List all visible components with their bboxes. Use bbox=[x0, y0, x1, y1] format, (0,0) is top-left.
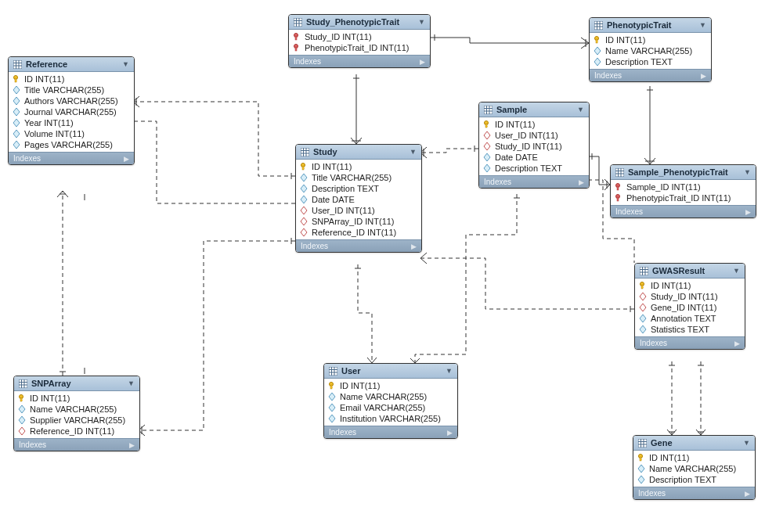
column-label: ID INT(11) bbox=[649, 453, 689, 462]
indexes-section[interactable]: Indexes▶ bbox=[296, 239, 421, 252]
column-row[interactable]: Authors VARCHAR(255) bbox=[9, 95, 134, 106]
collapse-icon[interactable]: ▼ bbox=[743, 439, 750, 447]
entity-table-gene[interactable]: Gene▼ID INT(11)Name VARCHAR(255)Descript… bbox=[633, 435, 756, 500]
collapse-icon[interactable]: ▼ bbox=[699, 21, 706, 29]
column-row[interactable]: Journal VARCHAR(255) bbox=[9, 106, 134, 117]
column-row[interactable]: Gene_ID INT(11) bbox=[635, 302, 745, 313]
column-row[interactable]: Description TEXT bbox=[479, 163, 589, 174]
column-row[interactable]: Sample_ID INT(11) bbox=[611, 182, 756, 192]
entity-table-study[interactable]: Study▼ID INT(11)Title VARCHAR(255)Descri… bbox=[295, 144, 422, 253]
column-row[interactable]: Volume INT(11) bbox=[9, 128, 134, 139]
indexes-section[interactable]: Indexes▶ bbox=[14, 438, 139, 451]
table-header[interactable]: Sample_PhenotypicTrait▼ bbox=[611, 165, 756, 180]
column-row[interactable]: ID INT(11) bbox=[590, 34, 711, 45]
column-row[interactable]: Reference_ID INT(11) bbox=[14, 426, 139, 437]
table-header[interactable]: SNPArray▼ bbox=[14, 376, 139, 391]
column-row[interactable]: Statistics TEXT bbox=[635, 324, 745, 335]
column-row[interactable]: Description TEXT bbox=[590, 56, 711, 67]
table-header[interactable]: PhenotypicTrait▼ bbox=[590, 18, 711, 33]
indexes-section[interactable]: Indexes▶ bbox=[611, 205, 756, 217]
column-icon bbox=[638, 325, 648, 334]
expand-icon[interactable]: ▶ bbox=[447, 429, 453, 437]
column-row[interactable]: Name VARCHAR(255) bbox=[14, 404, 139, 415]
column-icon bbox=[12, 85, 21, 95]
column-row[interactable]: Name VARCHAR(255) bbox=[590, 45, 711, 56]
table-header[interactable]: User▼ bbox=[324, 364, 457, 379]
column-row[interactable]: PhenotypicTrait_ID INT(11) bbox=[611, 192, 756, 203]
column-row[interactable]: Study_ID INT(11) bbox=[289, 31, 430, 42]
expand-icon[interactable]: ▶ bbox=[579, 178, 584, 186]
column-row[interactable]: ID INT(11) bbox=[296, 161, 421, 172]
column-row[interactable]: ID INT(11) bbox=[9, 74, 134, 84]
column-row[interactable]: Date DATE bbox=[296, 194, 421, 205]
column-row[interactable]: ID INT(11) bbox=[635, 280, 745, 291]
table-header[interactable]: GWASResult▼ bbox=[635, 264, 745, 279]
collapse-icon[interactable]: ▼ bbox=[733, 267, 740, 275]
collapse-icon[interactable]: ▼ bbox=[418, 18, 425, 26]
column-row[interactable]: User_ID INT(11) bbox=[296, 205, 421, 216]
entity-table-gwasresult[interactable]: GWASResult▼ID INT(11)Study_ID INT(11)Gen… bbox=[634, 263, 745, 350]
collapse-icon[interactable]: ▼ bbox=[410, 148, 417, 156]
column-row[interactable]: Year INT(11) bbox=[9, 117, 134, 128]
column-row[interactable]: Institution VARCHAR(255) bbox=[324, 413, 457, 424]
indexes-section[interactable]: Indexes▶ bbox=[590, 69, 711, 81]
indexes-section[interactable]: Indexes▶ bbox=[9, 152, 134, 164]
column-row[interactable]: Email VARCHAR(255) bbox=[324, 402, 457, 413]
indexes-section[interactable]: Indexes▶ bbox=[324, 426, 457, 438]
collapse-icon[interactable]: ▼ bbox=[744, 168, 751, 176]
column-row[interactable]: Date DATE bbox=[479, 152, 589, 163]
column-row[interactable]: Pages VARCHAR(255) bbox=[9, 139, 134, 150]
column-row[interactable]: ID INT(11) bbox=[633, 452, 755, 463]
collapse-icon[interactable]: ▼ bbox=[128, 379, 135, 387]
column-row[interactable]: Title VARCHAR(255) bbox=[9, 84, 134, 95]
primary-key-icon bbox=[593, 35, 602, 45]
indexes-section[interactable]: Indexes▶ bbox=[289, 55, 430, 67]
collapse-icon[interactable]: ▼ bbox=[446, 367, 453, 375]
indexes-label: Indexes bbox=[615, 207, 745, 216]
collapse-icon[interactable]: ▼ bbox=[122, 60, 129, 68]
expand-icon[interactable]: ▶ bbox=[701, 72, 706, 80]
entity-table-study_phenotypictrait[interactable]: Study_PhenotypicTrait▼Study_ID INT(11)Ph… bbox=[288, 14, 431, 68]
column-row[interactable]: Reference_ID INT(11) bbox=[296, 227, 421, 238]
column-row[interactable]: Description TEXT bbox=[296, 183, 421, 194]
table-header[interactable]: Reference▼ bbox=[9, 57, 134, 72]
indexes-label: Indexes bbox=[484, 178, 579, 186]
column-row[interactable]: Supplier VARCHAR(255) bbox=[14, 415, 139, 426]
indexes-section[interactable]: Indexes▶ bbox=[633, 487, 755, 499]
expand-icon[interactable]: ▶ bbox=[124, 155, 129, 163]
entity-table-reference[interactable]: Reference▼ID INT(11)Title VARCHAR(255)Au… bbox=[8, 56, 135, 165]
column-row[interactable]: User_ID INT(11) bbox=[479, 130, 589, 141]
collapse-icon[interactable]: ▼ bbox=[577, 106, 584, 113]
expand-icon[interactable]: ▶ bbox=[745, 490, 750, 498]
indexes-section[interactable]: Indexes▶ bbox=[479, 175, 589, 188]
column-row[interactable]: Title VARCHAR(255) bbox=[296, 172, 421, 183]
column-row[interactable]: Description TEXT bbox=[633, 474, 755, 485]
column-icon bbox=[482, 153, 492, 162]
expand-icon[interactable]: ▶ bbox=[129, 441, 135, 449]
entity-table-sample[interactable]: Sample▼ID INT(11)User_ID INT(11)Study_ID… bbox=[478, 102, 590, 189]
entity-table-phenotypictrait[interactable]: PhenotypicTrait▼ID INT(11)Name VARCHAR(2… bbox=[589, 17, 712, 82]
expand-icon[interactable]: ▶ bbox=[411, 243, 417, 250]
column-row[interactable]: ID INT(11) bbox=[14, 393, 139, 404]
column-row[interactable]: Study_ID INT(11) bbox=[479, 141, 589, 152]
indexes-section[interactable]: Indexes▶ bbox=[635, 336, 745, 349]
table-header[interactable]: Sample▼ bbox=[479, 102, 589, 117]
table-header[interactable]: Study_PhenotypicTrait▼ bbox=[289, 15, 430, 30]
expand-icon[interactable]: ▶ bbox=[734, 340, 740, 347]
column-row[interactable]: Name VARCHAR(255) bbox=[633, 463, 755, 474]
column-row[interactable]: Study_ID INT(11) bbox=[635, 291, 745, 302]
entity-table-sample_phenotypictrait[interactable]: Sample_PhenotypicTrait▼Sample_ID INT(11)… bbox=[610, 164, 756, 218]
column-row[interactable]: Name VARCHAR(255) bbox=[324, 391, 457, 402]
column-row[interactable]: SNPArray_ID INT(11) bbox=[296, 216, 421, 227]
foreign-key-icon bbox=[614, 182, 623, 192]
column-row[interactable]: ID INT(11) bbox=[479, 119, 589, 130]
column-row[interactable]: Annotation TEXT bbox=[635, 313, 745, 324]
column-row[interactable]: PhenotypicTrait_ID INT(11) bbox=[289, 42, 430, 53]
table-header[interactable]: Gene▼ bbox=[633, 436, 755, 451]
entity-table-user[interactable]: User▼ID INT(11)Name VARCHAR(255)Email VA… bbox=[323, 363, 458, 439]
entity-table-snparray[interactable]: SNPArray▼ID INT(11)Name VARCHAR(255)Supp… bbox=[13, 376, 140, 451]
table-header[interactable]: Study▼ bbox=[296, 145, 421, 160]
expand-icon[interactable]: ▶ bbox=[745, 208, 751, 216]
expand-icon[interactable]: ▶ bbox=[420, 58, 425, 66]
column-row[interactable]: ID INT(11) bbox=[324, 380, 457, 391]
